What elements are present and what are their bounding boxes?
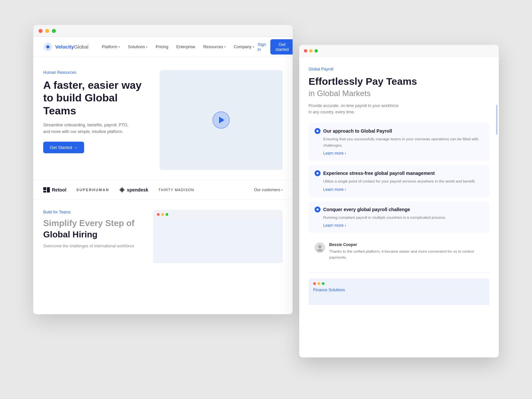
testimonial-card: Bessie Cooper Thanks to the unified plat…: [309, 237, 489, 266]
finance-dot-green: [322, 282, 325, 285]
solutions-chevron: ▾: [146, 45, 148, 49]
play-button[interactable]: [212, 111, 230, 129]
hire-section: Build for Teams Simplify Every Step of G…: [33, 200, 293, 270]
svg-rect-1: [43, 187, 46, 190]
nav-company[interactable]: Company ▾: [230, 43, 258, 51]
retool-icon: [43, 187, 50, 193]
play-icon: [219, 117, 224, 123]
hero-left: Human Resources A faster, easier way to …: [43, 70, 150, 153]
hero-title: A faster, easier way to build Global Tea…: [43, 79, 150, 117]
hire-section-left: Build for Teams Simplify Every Step of G…: [43, 210, 143, 249]
feature-2-title: Experience stress-free global payroll ma…: [315, 170, 483, 176]
hire-app-preview: [153, 210, 283, 263]
payroll-section-label: Global Payroll: [309, 67, 489, 71]
feature-1-desc: Ensuring that you successfully manage te…: [315, 136, 483, 148]
browser-window-payroll: Global Payroll Effortlessly Pay Teams in…: [299, 45, 499, 357]
preview-dot-yellow: [161, 213, 164, 216]
nav-enterprise[interactable]: Enterprise: [173, 43, 199, 51]
sign-in-link[interactable]: Sign in: [258, 42, 266, 52]
velocity-global-logo-icon: [43, 42, 53, 52]
hire-section-label: Build for Teams: [43, 210, 143, 214]
finance-dots: [313, 282, 485, 285]
get-started-button[interactable]: Get started: [270, 39, 293, 55]
resources-chevron: ▾: [224, 45, 226, 49]
hire-subtitle: Overcome the challenges of international…: [43, 243, 143, 249]
feature-2-link[interactable]: Learn more ›: [315, 187, 483, 192]
w2-dot-green: [315, 49, 318, 53]
company-chevron: ▾: [253, 45, 254, 49]
svg-rect-2: [43, 191, 46, 193]
retool-logo: Retool: [43, 187, 66, 193]
feature-2-desc: Utilize a single point of contact for yo…: [315, 178, 483, 184]
preview-dot-green: [166, 213, 168, 216]
spendesk-logo: spendesk: [119, 187, 148, 193]
finance-section-preview: Finance Solutions: [309, 273, 489, 305]
feature-1-link[interactable]: Learn more ›: [315, 151, 483, 156]
nav-actions: Sign in Get started: [258, 39, 293, 55]
superhuman-logo: SUPERHUMAN: [76, 188, 109, 192]
platform-chevron: ▾: [118, 45, 120, 49]
hero-subtitle: Streamline onboarding, benefits, payroll…: [43, 122, 150, 135]
finance-dot-yellow: [318, 282, 320, 285]
browser-window-main: VelocityGlobal Platform ▾ Solutions ▾ Pr…: [33, 25, 293, 314]
svg-rect-3: [47, 187, 50, 193]
hire-title: Simplify Every Step of Global Hiring: [43, 218, 143, 240]
svg-point-5: [317, 249, 323, 251]
finance-section-label: Finance Solutions: [313, 288, 485, 292]
hero-cta-button[interactable]: Get Started →: [43, 142, 84, 153]
thirty-madison-logo: THIRTY MADISON: [158, 188, 194, 192]
feature-3-title: Conquer every global payroll challenge: [315, 206, 483, 212]
feature-card-1: Our approach to Global Payroll Ensuring …: [309, 123, 489, 161]
w2-dot-red: [304, 49, 307, 53]
testimonial-avatar: [315, 242, 325, 253]
hero-section: Human Resources A faster, easier way to …: [33, 57, 293, 180]
feature-1-title: Our approach to Global Payroll: [315, 128, 483, 134]
navbar: VelocityGlobal Platform ▾ Solutions ▾ Pr…: [33, 37, 293, 57]
feature-card-3: Conquer every global payroll challenge R…: [309, 201, 489, 233]
avatar-icon: [316, 244, 324, 251]
hire-preview-bar: [153, 210, 283, 219]
payroll-subtitle: in Global Markets: [309, 89, 489, 98]
testimonial-text: Thanks to the unified platform, it becam…: [329, 248, 483, 261]
testimonial-content: Bessie Cooper Thanks to the unified plat…: [329, 242, 483, 261]
finance-dot-red: [313, 282, 316, 285]
titlebar-dot-1: [39, 29, 43, 33]
nav-platform[interactable]: Platform ▾: [98, 43, 123, 51]
w2-dot-yellow: [309, 49, 313, 53]
feature-3-icon: [315, 206, 321, 212]
titlebar-dot-2: [45, 29, 49, 33]
feature-3-link[interactable]: Learn more ›: [315, 223, 483, 228]
feature-2-icon: [315, 170, 321, 176]
video-placeholder[interactable]: [160, 70, 283, 170]
our-customers-link[interactable]: Our customers ›: [254, 188, 283, 192]
titlebar-dot-3: [52, 29, 56, 33]
testimonial-name: Bessie Cooper: [329, 242, 483, 247]
spendesk-icon: [119, 187, 125, 193]
scroll-indicator: [496, 105, 497, 135]
logos-section: Retool SUPERHUMAN spendesk THIRTY MADISO…: [33, 180, 293, 200]
logo-area[interactable]: VelocityGlobal: [43, 42, 88, 52]
nav-links: Platform ▾ Solutions ▾ Pricing Enterpris…: [98, 43, 257, 51]
payroll-title: Effortlessly Pay Teams: [309, 75, 489, 87]
nav-pricing[interactable]: Pricing: [152, 43, 172, 51]
feature-3-desc: Running compliant payroll in multiple co…: [315, 214, 483, 220]
feature-1-icon: [315, 128, 321, 134]
logo-text: VelocityGlobal: [55, 44, 88, 50]
finance-preview-bar: Finance Solutions: [309, 278, 489, 305]
preview-dot-red: [157, 213, 160, 216]
window2-titlebar: [299, 45, 499, 57]
logo-light: Global: [74, 44, 88, 50]
feature-card-2: Experience stress-free global payroll ma…: [309, 165, 489, 197]
svg-point-4: [318, 245, 322, 248]
logo-bold: Velocity: [55, 44, 74, 50]
nav-solutions[interactable]: Solutions ▾: [125, 43, 151, 51]
hero-section-label: Human Resources: [43, 70, 150, 75]
payroll-content: Global Payroll Effortlessly Pay Teams in…: [299, 57, 499, 315]
nav-resources[interactable]: Resources ▾: [200, 43, 229, 51]
screen-wrapper: VelocityGlobal Platform ▾ Solutions ▾ Pr…: [33, 25, 499, 374]
browser-titlebar: [33, 25, 293, 37]
payroll-description: Provide accurate, on-time payroll to you…: [309, 103, 489, 115]
